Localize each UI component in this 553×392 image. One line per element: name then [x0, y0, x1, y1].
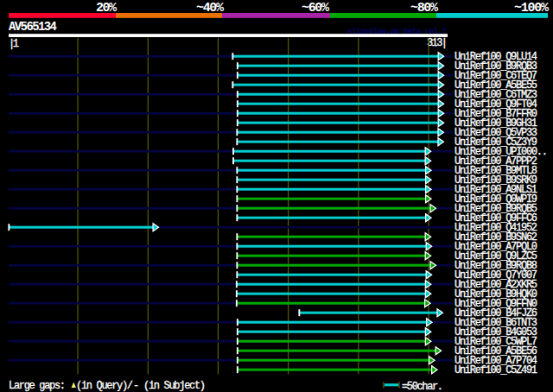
- svg-text:UniRef100_C5Z491: UniRef100_C5Z491: [454, 364, 537, 376]
- svg-text:20%: 20%: [96, 1, 118, 16]
- svg-text:AV565134: AV565134: [9, 20, 57, 34]
- svg-text:-: -: [133, 380, 139, 392]
- svg-text:Large gaps:: Large gaps:: [9, 380, 66, 392]
- svg-text:~80%: ~80%: [410, 1, 439, 16]
- svg-text:313|: 313|: [427, 37, 448, 49]
- svg-text:~100%: ~100%: [514, 1, 550, 16]
- svg-text:=50char.: =50char.: [402, 381, 443, 392]
- svg-text:~40%: ~40%: [196, 1, 225, 16]
- svg-text:~60%: ~60%: [302, 1, 330, 16]
- svg-text:(in Query)/: (in Query)/: [76, 380, 133, 392]
- svg-text:|1: |1: [9, 38, 19, 50]
- svg-text:(in Subject): (in Subject): [143, 380, 206, 392]
